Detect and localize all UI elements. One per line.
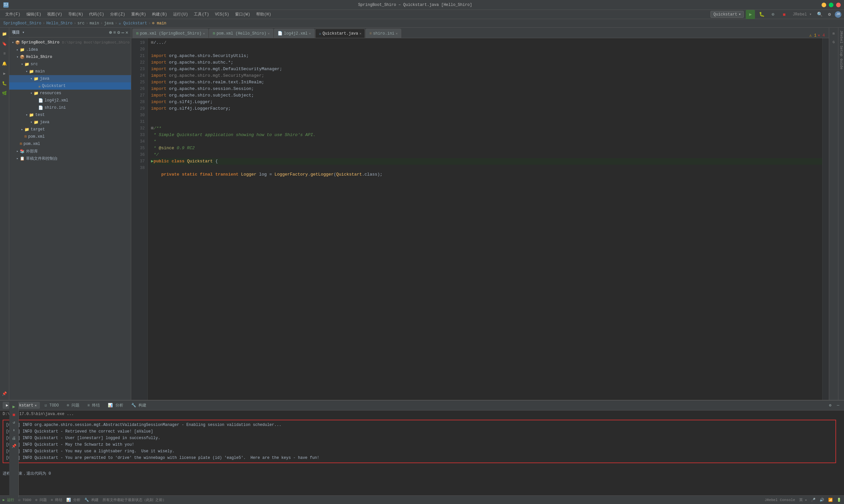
console-output[interactable]: [main] INFO org.apache.shiro.session.mgt…	[0, 418, 844, 496]
maximize-btn[interactable]	[829, 3, 833, 7]
breadcrumb-project[interactable]: SpringBoot_Shiro	[3, 21, 41, 26]
tree-item-test[interactable]: ▾ 📁 test	[9, 111, 131, 119]
tree-item-resources[interactable]: ▾ 📁 resources	[9, 90, 131, 97]
tab-quickstart-close[interactable]: ✕	[359, 32, 361, 36]
sidebar-scope-btn[interactable]: ⊕	[109, 30, 112, 35]
tab-pom-springboot-close[interactable]: ✕	[203, 32, 205, 36]
stop-button[interactable]: ◼	[779, 10, 789, 19]
breadcrumb-quickstart[interactable]: ☕ Quickstart	[119, 21, 147, 26]
menu-refactor[interactable]: 重构(R)	[128, 11, 149, 18]
pin-btn[interactable]: 📌	[1, 390, 8, 397]
menu-tools[interactable]: 工具(T)	[191, 11, 212, 18]
gradle-btn[interactable]: G	[830, 39, 837, 46]
terminal-btn[interactable]: ≡ 终结	[51, 498, 62, 502]
bottom-tab-todo[interactable]: ☑ TODO	[41, 402, 62, 409]
menu-analyze[interactable]: 分析(Z)	[107, 11, 128, 18]
tree-item-src[interactable]: ▾ 📁 src	[9, 60, 131, 68]
tree-item-external-libs[interactable]: ▸ 📚 外部库	[9, 148, 131, 155]
menu-navigate[interactable]: 导航(N)	[66, 11, 86, 18]
run-rerun-btn[interactable]: ↺	[11, 419, 17, 426]
tab-shiro-ini-close[interactable]: ✕	[396, 32, 398, 36]
tree-item-shiro-ini[interactable]: 📄 shiro.ini	[9, 104, 131, 111]
breadcrumb-method-main[interactable]: ⊙ main	[152, 21, 166, 26]
tree-item-scratches[interactable]: ▸ 📋 草稿文件和控制台	[9, 155, 131, 162]
jrebel-side-bar[interactable]: JRebel Setup Guide	[838, 28, 844, 400]
close-btn[interactable]	[836, 3, 841, 7]
bottom-tab-problems[interactable]: ⊙ 问题	[64, 401, 83, 409]
maven-btn[interactable]: m	[830, 30, 837, 37]
tree-item-main[interactable]: ▾ 📁 main	[9, 68, 131, 75]
menu-run[interactable]: 运行(U)	[170, 11, 191, 18]
tree-item-idea[interactable]: ▸ 📁 .idea	[9, 46, 131, 53]
sidebar-close-btn[interactable]: ✕	[126, 30, 128, 35]
tree-item-java[interactable]: ▾ 📁 java	[9, 75, 131, 82]
tab-log4j2-close[interactable]: ✕	[309, 32, 311, 36]
run-stop-btn[interactable]: ◼	[11, 411, 17, 418]
tree-item-pom-root[interactable]: m pom.xml	[9, 140, 131, 148]
tree-item-hello-shiro[interactable]: ▾ 📦 Hello_Shiro	[9, 53, 131, 60]
menu-file[interactable]: 文件(F)	[3, 11, 23, 18]
tab-shiro-ini[interactable]: ≡ shiro.ini ✕	[366, 29, 401, 38]
run-tab-close[interactable]: ✕	[35, 403, 37, 408]
run-coverage-button[interactable]: ⊙	[768, 10, 777, 19]
problems-btn[interactable]: ⊙ 问题	[35, 498, 47, 502]
breadcrumb-main[interactable]: main	[90, 21, 99, 26]
search-btn[interactable]: 🔍	[815, 10, 824, 19]
menu-build[interactable]: 构建(B)	[149, 11, 170, 18]
jrebel-console-btn[interactable]: JRebel Console	[764, 498, 795, 502]
tree-item-test-java[interactable]: ▾ 📁 java	[9, 119, 131, 126]
analyze-btn[interactable]: 📊 分析	[66, 498, 81, 502]
run-panel-btn[interactable]: ▶	[1, 70, 8, 77]
bottom-minimize-btn[interactable]: —	[835, 402, 841, 409]
run-pin-btn[interactable]: 📌	[11, 443, 17, 449]
run-play-btn[interactable]: ▶	[11, 403, 17, 410]
sidebar-settings-btn[interactable]: ⚙	[117, 30, 120, 35]
settings-btn[interactable]: ⚙	[825, 10, 834, 19]
menu-edit[interactable]: 编辑(E)	[24, 11, 44, 18]
bottom-tab-analyze[interactable]: 📊 分析	[104, 401, 126, 409]
menu-code[interactable]: 代码(C)	[86, 11, 107, 18]
debug-panel-btn[interactable]: 🐛	[1, 80, 8, 87]
project-view-btn[interactable]: 📁	[1, 30, 8, 38]
todo-btn[interactable]: ☑ TODO	[18, 498, 31, 502]
run-status-icon[interactable]: ▶ 运行	[3, 498, 14, 502]
tree-item-quickstart[interactable]: ☕ Quickstart	[9, 82, 131, 90]
menu-view[interactable]: 视图(V)	[45, 11, 65, 18]
minimize-btn[interactable]	[822, 3, 826, 7]
menu-help[interactable]: 帮助(H)	[254, 11, 274, 18]
tree-item-pom-hello[interactable]: m pom.xml	[9, 133, 131, 140]
structure-btn[interactable]: ≡	[1, 50, 8, 57]
run-print-btn[interactable]: 🖨	[11, 435, 17, 442]
bottom-tab-build[interactable]: 🔧 构建	[128, 401, 150, 409]
tree-item-log4j2[interactable]: 📄 log4j2.xml	[9, 97, 131, 104]
tab-log4j2[interactable]: 📄 log4j2.xml ✕	[274, 29, 314, 38]
sidebar-collapse-btn[interactable]: —	[121, 30, 124, 35]
menu-vcs[interactable]: VCS(S)	[212, 11, 232, 18]
git-btn[interactable]: 🌿	[1, 90, 8, 97]
bottom-settings-btn[interactable]: ⚙	[827, 402, 833, 409]
run-gutter-icon[interactable]: ▶	[151, 158, 154, 165]
sidebar-align-btn[interactable]: ≡	[113, 30, 116, 35]
tab-pom-hello[interactable]: m pom.xml (Hello_Shiro) ✕	[209, 29, 273, 38]
code-editor[interactable]: ⊞/.../ import org.apache.shiro.SecurityU…	[148, 38, 822, 400]
build-btn[interactable]: 🔧 构建	[84, 498, 99, 502]
debug-button[interactable]: 🐛	[757, 10, 766, 19]
tree-item-springboot-shiro[interactable]: ▾ 📦 SpringBoot_Shiro D:\Spring Boot\Spri…	[9, 39, 131, 46]
run-button[interactable]: ▶	[746, 10, 755, 19]
run-scroll-end-btn[interactable]: ⬇	[11, 427, 17, 433]
notification-btn[interactable]: 🔔	[1, 60, 8, 67]
run-config-dropdown[interactable]: Quickstart▾	[710, 11, 744, 18]
breadcrumb-java[interactable]: java	[104, 21, 114, 26]
breadcrumb-src[interactable]: src	[77, 21, 85, 26]
menu-window[interactable]: 窗口(W)	[232, 11, 253, 18]
sidebar-title[interactable]: 项目 ▾	[12, 30, 24, 35]
tab-pom-hello-close[interactable]: ✕	[268, 32, 270, 36]
bookmark-btn[interactable]: 🔖	[1, 40, 8, 48]
bottom-tab-run[interactable]: ▶ Quickstart ✕	[3, 402, 40, 409]
tab-quickstart-icon: ☕	[319, 31, 321, 36]
tab-quickstart[interactable]: ☕ Quickstart.java ✕	[315, 29, 365, 38]
bottom-tab-terminal[interactable]: ≡ 终结	[84, 401, 103, 409]
tree-item-target[interactable]: ▸ 📁 target	[9, 126, 131, 133]
tab-pom-springboot[interactable]: m pom.xml (SpringBoot_Shiro) ✕	[133, 29, 208, 38]
breadcrumb-hello-shiro[interactable]: Hello_Shiro	[46, 21, 72, 26]
